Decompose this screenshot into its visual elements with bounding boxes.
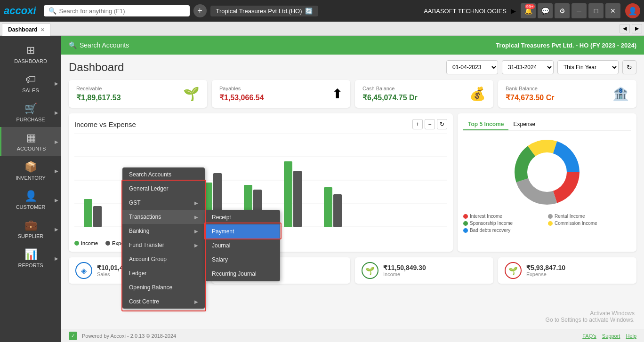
sidebar-item-dashboard[interactable]: ⊞ DASHBOARD <box>0 40 61 69</box>
menu-gst[interactable]: GST ▶ <box>122 196 205 210</box>
add-button[interactable]: + <box>193 4 207 17</box>
chart-controls: + − ↻ <box>412 119 447 129</box>
search-accounts-button[interactable]: 🔍 Search Accounts <box>69 41 129 49</box>
footer-logo: ✓ <box>69 332 77 340</box>
inventory-arrow-icon: ▶ <box>55 168 58 174</box>
date-controls: 01-04-2023 31-03-2024 This Fin Year ↻ <box>446 60 636 74</box>
close-button[interactable]: ✕ <box>605 3 620 18</box>
bank-balance-info: Bank Balance ₹74,673.50 Cr <box>506 86 554 102</box>
expense-tab[interactable]: Expense <box>508 119 540 130</box>
income-legend: Income <box>74 240 98 246</box>
footer-text: Powered by Accoxi - 2.0.13 © 2018-2024 <box>82 333 176 339</box>
reports-icon: 📊 <box>24 248 37 261</box>
submenu-journal[interactable]: Journal <box>205 239 280 253</box>
dashboard-tab[interactable]: Dashboard ✕ <box>2 24 50 36</box>
menu-banking[interactable]: Banking ▶ <box>122 224 205 238</box>
income-bottom-info: ₹11,50,849.30 Income <box>383 264 426 277</box>
chart-title: Income vs Expense <box>74 120 136 128</box>
sidebar-item-sales[interactable]: 🏷 SALES ▶ <box>0 69 61 98</box>
expense-bottom-label: Expense <box>526 271 565 277</box>
menu-opening-balance[interactable]: Opening Balance <box>122 280 205 294</box>
fund-transfer-label: Fund Transfer <box>129 242 164 248</box>
submenu-payment[interactable]: Payment <box>205 224 280 239</box>
submenu-salary[interactable]: Salary <box>205 253 280 267</box>
expense-bottom-info: ₹5,93,847.10 Expense <box>526 264 565 277</box>
search-icon: 🔍 <box>48 7 56 15</box>
svg-point-31 <box>527 152 567 192</box>
accounts-dropdown-menu: Search Accounts General Ledger GST ▶ Tra… <box>122 167 205 309</box>
notification-badge: 99+ <box>525 4 535 9</box>
period-select[interactable]: This Fin Year <box>557 60 619 74</box>
banking-label: Banking <box>129 228 149 234</box>
svg-rect-17 <box>324 187 332 227</box>
maximize-button[interactable]: □ <box>588 3 604 18</box>
cash-balance-info: Cash Balance ₹6,45,074.75 Dr <box>362 86 418 102</box>
refresh-dashboard-button[interactable]: ↻ <box>622 60 636 74</box>
menu-general-ledger[interactable]: General Ledger <box>122 182 205 196</box>
transactions-submenu: Receipt Payment Journal Salary Recurring… <box>205 210 280 281</box>
svg-rect-18 <box>333 194 342 227</box>
sidebar-item-inventory[interactable]: 📦 INVENTORY ▶ <box>0 156 61 185</box>
date-from-select[interactable]: 01-04-2023 <box>446 60 498 74</box>
submenu-receipt[interactable]: Receipt <box>205 210 280 224</box>
help-link[interactable]: Help <box>626 333 636 339</box>
menu-ledger[interactable]: Ledger <box>122 266 205 280</box>
inventory-icon: 📦 <box>24 161 37 173</box>
submenu-recurring-journal[interactable]: Recurring Journal <box>205 267 280 281</box>
receivable-info: Receivable ₹1,89,617.53 <box>76 86 121 102</box>
chart-header: Income vs Expense + − ↻ <box>74 119 447 129</box>
footer-links: FAQ's Support Help <box>582 333 636 339</box>
company-title: Tropical Treasures Pvt Ltd. - HO (FY 202… <box>496 42 636 49</box>
faqs-link[interactable]: FAQ's <box>582 333 596 339</box>
menu-fund-transfer[interactable]: Fund Transfer ▶ <box>122 238 205 252</box>
settings-button[interactable]: ⚙ <box>555 3 570 18</box>
tab-prev-button[interactable]: ◀ <box>620 24 630 33</box>
interest-income-label: Interest Income <box>470 214 502 219</box>
menu-cost-centre[interactable]: Cost Centre ▶ <box>122 294 205 309</box>
commission-income-dot <box>548 221 553 226</box>
messages-button[interactable]: 💬 <box>538 3 553 18</box>
search-input[interactable] <box>59 8 177 15</box>
search-accounts-menu-label: Search Accounts <box>129 171 171 178</box>
app-logo: accoxi <box>4 5 36 17</box>
sidebar-item-accounts[interactable]: ▦ ACCOUNTS ▶ <box>0 127 61 156</box>
sales-bottom-icon: ◈ <box>75 262 92 279</box>
sidebar-item-supplier[interactable]: 💼 SUPPLIER ▶ <box>0 215 61 244</box>
sidebar-item-customer[interactable]: 👤 CUSTOMER ▶ <box>0 185 61 215</box>
search-box[interactable]: 🔍 <box>44 5 190 16</box>
receivable-label: Receivable <box>76 86 121 91</box>
expense-bottom-card: 🌱 ₹5,93,847.10 Expense <box>498 257 636 284</box>
chart-minus-button[interactable]: − <box>425 119 435 129</box>
menu-transactions[interactable]: Transactions ▶ <box>122 210 205 224</box>
refresh-icon[interactable]: 🔄 <box>305 8 313 15</box>
page-title: Dashboard <box>69 61 446 74</box>
sidebar-label-inventory: INVENTORY <box>16 175 46 181</box>
cash-balance-icon: 💰 <box>469 86 486 102</box>
notifications-button[interactable]: 🔔 99+ <box>521 3 536 18</box>
chart-refresh-button[interactable]: ↻ <box>437 119 447 129</box>
date-to-select[interactable]: 31-03-2024 <box>502 60 554 74</box>
purchase-arrow-icon: ▶ <box>55 110 58 115</box>
tab-next-button[interactable]: ▶ <box>632 24 642 33</box>
sales-arrow-icon: ▶ <box>55 81 58 86</box>
support-link[interactable]: Support <box>602 333 620 339</box>
minimize-button[interactable]: ─ <box>572 3 587 18</box>
tab-close-icon[interactable]: ✕ <box>40 27 44 32</box>
accounts-arrow-icon: ▶ <box>55 139 58 144</box>
top-income-tab[interactable]: Top 5 Income <box>463 119 508 130</box>
sidebar-label-dashboard: DASHBOARD <box>14 58 47 64</box>
income-legend-dot <box>74 241 79 246</box>
tab-bar: Dashboard ✕ ◀ ▶ <box>0 22 644 36</box>
sales-icon: 🏷 <box>25 73 36 86</box>
sidebar-item-reports[interactable]: 📊 REPORTS ▶ <box>0 244 61 273</box>
receivable-card: Receivable ₹1,89,617.53 🌱 <box>69 80 207 108</box>
menu-account-group[interactable]: Account Group <box>122 252 205 266</box>
payables-label: Payables <box>219 86 264 91</box>
sidebar-item-purchase[interactable]: 🛒 PURCHASE ▶ <box>0 98 61 127</box>
company-selector[interactable]: Tropical Treasures Pvt Ltd.(HO) 🔄 <box>210 6 318 16</box>
fund-transfer-arrow-icon: ▶ <box>194 243 198 248</box>
menu-search-accounts[interactable]: Search Accounts <box>122 167 205 182</box>
payables-icon: ⬆ <box>332 86 343 102</box>
salary-label: Salary <box>212 256 228 263</box>
chart-add-button[interactable]: + <box>412 119 423 129</box>
